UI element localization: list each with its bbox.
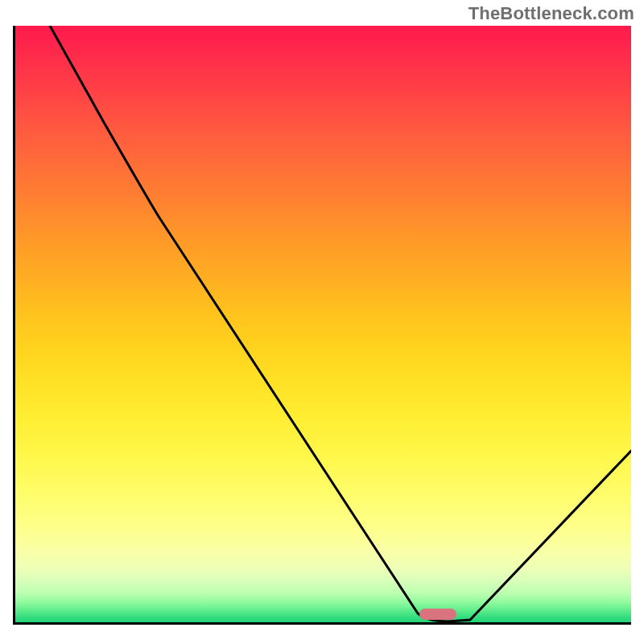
watermark-text: TheBottleneck.com [469, 3, 634, 24]
bottleneck-curve [15, 26, 631, 622]
chart-plot-area [13, 26, 631, 625]
bottleneck-curve-path [50, 26, 631, 621]
optimal-marker [419, 609, 456, 620]
